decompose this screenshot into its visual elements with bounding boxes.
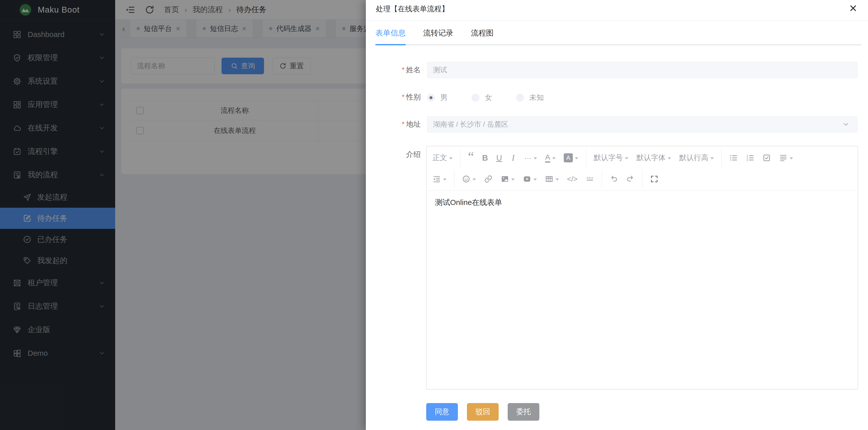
required-asterisk: * [402, 66, 405, 74]
caret-down-icon [449, 157, 453, 160]
table-button[interactable] [541, 171, 563, 187]
bg-color-button[interactable]: A [560, 150, 582, 165]
caret-down-icon [789, 157, 793, 160]
gender-radio-group: 男 女 未知 [427, 92, 858, 103]
link-button[interactable] [480, 171, 497, 187]
indent-button[interactable] [429, 171, 451, 187]
name-field[interactable] [427, 62, 858, 78]
paragraph-style-button[interactable]: 正文 [429, 150, 457, 165]
italic-button[interactable]: I [506, 150, 520, 165]
video-button[interactable] [519, 171, 541, 187]
caret-down-icon [575, 157, 578, 160]
address-label: *地址 [366, 119, 421, 130]
chevron-down-icon [842, 121, 850, 128]
drawer-header: 处理【在线表单流程】 × [366, 0, 868, 20]
gender-label: *性别 [366, 92, 421, 102]
caret-down-icon [534, 157, 537, 160]
name-label: *姓名 [366, 65, 421, 75]
radio-dot-icon [472, 94, 479, 102]
caret-down-icon [555, 178, 559, 180]
radio-dot-icon [516, 94, 524, 102]
tab-form-info[interactable]: 表单信息 [375, 28, 406, 44]
numbered-list-button[interactable]: 123 [742, 150, 758, 165]
delegate-button[interactable]: 委托 [508, 403, 539, 421]
rich-text-editor: 正文 “ B U I ··· A A 默认字号 [426, 146, 858, 390]
toolbar-row-2: </> [429, 168, 856, 190]
caret-down-icon [625, 157, 628, 160]
toolbar-row-1: 正文 “ B U I ··· A A 默认字号 [429, 147, 856, 168]
agree-button[interactable]: 同意 [426, 403, 458, 421]
reject-button[interactable]: 驳回 [467, 403, 499, 421]
form-row-gender: *性别 男 女 未知 [366, 92, 868, 103]
process-drawer: 处理【在线表单流程】 × 表单信息 流转记录 流程图 *姓名 *性别 男 女 未… [366, 0, 868, 430]
divider-button[interactable] [582, 171, 598, 187]
font-size-button[interactable]: 默认字号 [590, 150, 632, 165]
caret-down-icon [533, 178, 537, 180]
font-family-button[interactable]: 默认字体 [632, 150, 675, 165]
address-select[interactable]: 湖南省 / 长沙市 / 岳麓区 [427, 116, 858, 133]
caret-down-icon [552, 157, 556, 160]
justify-button[interactable] [775, 150, 797, 165]
code-button[interactable]: </> [563, 171, 582, 187]
required-asterisk: * [402, 93, 405, 101]
editor-content[interactable]: 测试Online在线表单 [427, 191, 858, 389]
blockquote-button[interactable]: “ [464, 150, 478, 165]
bullet-list-button[interactable] [725, 150, 742, 165]
screen: Maku Boot Dashboard 权限管理 系统设置 应用管理 [0, 0, 868, 430]
font-color-button[interactable]: A [541, 150, 560, 165]
drawer-title: 处理【在线表单流程】 [376, 4, 449, 14]
radio-male[interactable]: 男 [427, 93, 447, 103]
drawer-actions: 同意 驳回 委托 [426, 403, 868, 421]
drawer-tabs: 表单信息 流转记录 流程图 [375, 28, 862, 45]
tab-flow-records[interactable]: 流转记录 [423, 28, 453, 44]
bold-button[interactable]: B [478, 150, 492, 165]
line-height-button[interactable]: 默认行高 [675, 150, 718, 165]
image-button[interactable] [497, 171, 519, 187]
editor-toolbar: 正文 “ B U I ··· A A 默认字号 [427, 146, 858, 191]
radio-female[interactable]: 女 [472, 93, 492, 103]
radio-dot-icon [427, 94, 435, 102]
toolbar-separator [642, 170, 643, 188]
redo-button[interactable] [622, 171, 639, 187]
caret-down-icon [511, 178, 515, 180]
form-row-address: *地址 湖南省 / 长沙市 / 岳麓区 [366, 116, 868, 133]
toolbar-separator [721, 149, 722, 167]
form-row-intro: 介绍 正文 “ B U I ··· A [366, 146, 868, 390]
svg-text:3: 3 [747, 159, 748, 162]
emoji-button[interactable] [458, 171, 480, 187]
process-form: *姓名 *性别 男 女 未知 *地址 湖南省 / 长沙市 / 岳麓区 [366, 62, 868, 421]
radio-unknown[interactable]: 未知 [516, 93, 544, 103]
undo-button[interactable] [606, 171, 622, 187]
tab-flow-diagram[interactable]: 流程图 [471, 28, 494, 44]
intro-label: 介绍 [366, 146, 421, 160]
underline-button[interactable]: U [492, 150, 506, 165]
caret-down-icon [472, 178, 476, 180]
close-icon[interactable]: × [849, 0, 857, 16]
form-row-name: *姓名 [366, 62, 868, 78]
more-styles-button[interactable]: ··· [520, 150, 541, 165]
checklist-button[interactable] [758, 150, 775, 165]
caret-down-icon [668, 157, 671, 160]
required-asterisk: * [402, 120, 405, 128]
caret-down-icon [443, 178, 446, 180]
address-value: 湖南省 / 长沙市 / 岳麓区 [433, 120, 508, 129]
fullscreen-button[interactable] [646, 171, 662, 187]
caret-down-icon [710, 157, 714, 160]
